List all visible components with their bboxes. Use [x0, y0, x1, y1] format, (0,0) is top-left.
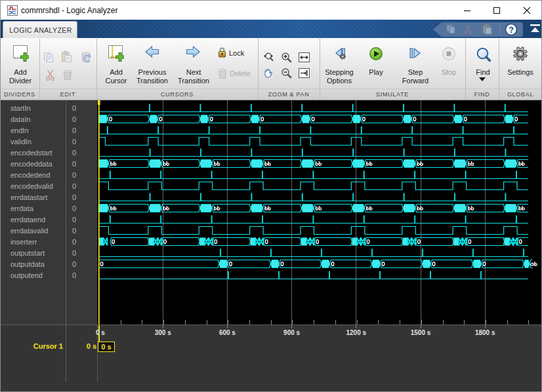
- svg-text:?: ?: [509, 26, 514, 35]
